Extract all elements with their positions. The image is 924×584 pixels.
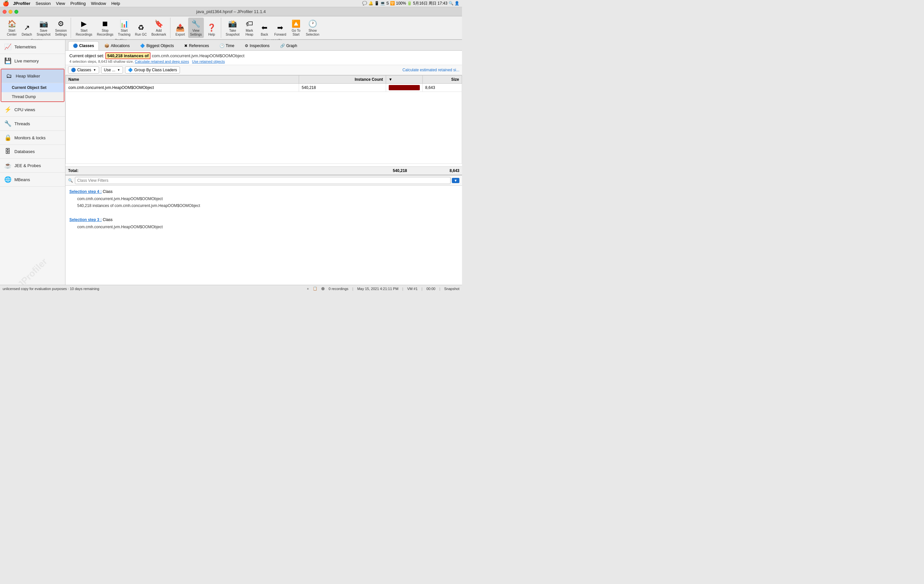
menu-profiling[interactable]: Profiling: [70, 1, 86, 6]
sidebar-item-threads[interactable]: 🔧 Threads: [0, 117, 65, 131]
telemetries-label: Telemetries: [15, 44, 36, 49]
window-title: java_pid1364.hprof – JProfiler 11.1.4: [196, 9, 266, 14]
databases-label: Databases: [15, 149, 35, 154]
group-by-class-loaders-button[interactable]: 🔷 Group By Class Loaders: [125, 66, 180, 74]
menu-window[interactable]: Window: [91, 1, 106, 6]
name-column-header[interactable]: Name: [66, 76, 299, 84]
export-button[interactable]: 📤 Export: [173, 18, 188, 38]
run-gc-label: Run GC: [135, 33, 147, 37]
calculate-sizes-link[interactable]: Calculate retained and deep sizes: [135, 59, 189, 63]
classes-view-button[interactable]: 🔵 Classes ▼: [68, 66, 99, 74]
use-retained-link[interactable]: Use retained objects: [192, 59, 225, 63]
tab-time[interactable]: 🕐 Time: [214, 41, 239, 50]
view-toolbar: 🔵 Classes ▼ Use ... ▼ 🔷 Group By Class L…: [66, 65, 462, 75]
allocations-tab-icon: 📦: [104, 43, 109, 48]
tracking-icon: 📊: [120, 20, 129, 28]
menu-session[interactable]: Session: [36, 1, 51, 6]
class-view-filter-input[interactable]: [75, 177, 450, 184]
start-tracking-button[interactable]: 📊 StartTracking: [116, 18, 132, 38]
sidebar-item-mbeans[interactable]: 🌐 MBeans: [0, 173, 65, 187]
view-settings-label: ViewSettings: [190, 29, 202, 37]
table-row[interactable]: com.cmh.concurrent.jvm.HeapOOM$OOMObject…: [66, 84, 462, 92]
total-size: 8,643: [436, 167, 462, 174]
mark-heap-button[interactable]: 🏷 MarkHeap: [242, 18, 257, 38]
instance-count-column-header[interactable]: Instance Count: [299, 76, 386, 84]
memory-icon: 💾: [4, 57, 12, 64]
menubar: 🍎 JProfiler Session View Profiling Windo…: [0, 0, 462, 7]
sidebar-item-monitors-locks[interactable]: 🔒 Monitors & locks: [0, 131, 65, 145]
back-label: Back: [261, 33, 268, 37]
apple-menu[interactable]: 🍎: [3, 0, 9, 7]
start-recordings-button[interactable]: ▶ StartRecordings: [74, 18, 94, 38]
close-button[interactable]: [3, 10, 7, 14]
menu-view[interactable]: View: [56, 1, 65, 6]
help-button[interactable]: ❓ Help: [205, 18, 219, 38]
run-gc-button[interactable]: ♻ Run GC: [133, 18, 149, 38]
mbeans-label: MBeans: [15, 177, 30, 182]
selection-step-3-link[interactable]: Selection step 3 :: [69, 217, 102, 222]
back-icon: ⬅: [261, 23, 267, 32]
size-column-header[interactable]: Size: [422, 76, 462, 84]
tab-classes[interactable]: 🔵 Classes: [68, 41, 99, 50]
classes-tab-icon: 🔵: [73, 43, 78, 48]
classes-btn-dropdown: ▼: [93, 68, 96, 72]
session-settings-button[interactable]: ⚙ SessionSettings: [53, 18, 69, 38]
data-table: Name Instance Count ▼ Size com.cmh.concu…: [66, 75, 462, 167]
tab-allocations[interactable]: 📦 Allocations: [99, 41, 134, 50]
stop-recordings-button[interactable]: ⏹ StopRecordings: [95, 18, 116, 38]
selection-step-4-link[interactable]: Selection step 4 :: [69, 189, 102, 194]
save-snapshot-button[interactable]: 📷 SaveSnapshot: [35, 18, 52, 38]
tab-graph[interactable]: 🔗 Graph: [275, 41, 302, 50]
add-recording-icon[interactable]: +: [307, 287, 309, 291]
tab-references[interactable]: ✖ References: [179, 41, 214, 50]
show-selection-button[interactable]: 🕐 ShowSelection: [304, 18, 321, 38]
use-dropdown-button[interactable]: Use ... ▼: [101, 66, 123, 74]
status-snapshot: Snapshot: [444, 287, 459, 291]
live-memory-label: Live memory: [15, 59, 39, 63]
stop-recordings-label: StopRecordings: [97, 29, 114, 37]
titlebar: java_pid1364.hprof – JProfiler 11.1.4: [0, 7, 462, 16]
sidebar-item-databases[interactable]: 🗄 Databases: [0, 145, 65, 159]
add-bookmark-button[interactable]: 🔖 AddBookmark: [150, 18, 168, 38]
sidebar-item-cpu-views[interactable]: ⚡ CPU views: [0, 103, 65, 117]
sidebar-item-thread-dump[interactable]: Thread Dump: [1, 92, 64, 101]
app-name[interactable]: JProfiler: [13, 1, 30, 6]
sidebar-item-jee-probes[interactable]: ☕ JEE & Probes: [0, 159, 65, 173]
cpu-icon: ⚡: [4, 106, 12, 113]
current-object-set-label: Current Object Set: [12, 86, 46, 90]
references-tab-label: References: [189, 43, 209, 48]
sidebar-item-live-memory[interactable]: 💾 Live memory: [0, 54, 65, 68]
system-status: 💬 🔔 📱 💻 S 🛜 100% 🔋 5月16日 周日 17:43 🔍 👤: [362, 1, 459, 6]
maximize-button[interactable]: [15, 10, 18, 14]
menu-help[interactable]: Help: [111, 1, 120, 6]
object-set-classname: com.cmh.concurrent.jvm.HeapOOM$OOMObject: [152, 53, 244, 58]
statusbar: unlicensed copy for evaluation purposes …: [0, 285, 462, 292]
go-to-start-button[interactable]: 🔼 Go ToStart: [289, 18, 303, 38]
sidebar-item-current-object-set[interactable]: Current Object Set: [1, 83, 64, 92]
sidebar-item-telemetries[interactable]: 📈 Telemetries: [0, 40, 65, 54]
window-controls[interactable]: [3, 10, 18, 14]
start-center-button[interactable]: 🏠 StartCenter: [5, 18, 19, 38]
total-row: Total: 540,218 8,643: [66, 167, 462, 175]
tab-biggest-objects[interactable]: 🔷 Biggest Objects: [135, 41, 179, 50]
detach-label: Detach: [21, 33, 32, 37]
tab-inspections[interactable]: ⚙ Inspections: [240, 41, 274, 50]
back-button[interactable]: ⬅ Back: [257, 18, 272, 38]
classes-tab-label: Classes: [79, 43, 94, 48]
filter-expand-button[interactable]: ▼: [452, 178, 459, 183]
calc-retained-link[interactable]: Calculate estimated retained si...: [403, 68, 459, 72]
sidebar-item-heap-walker[interactable]: 🗂 Heap Walker: [1, 69, 64, 83]
biggest-objects-tab-label: Biggest Objects: [146, 43, 174, 48]
classes-btn-icon: 🔵: [71, 68, 76, 72]
toolbar-group-session: 🏠 StartCenter ↗ Detach 📷 SaveSnapshot ⚙ …: [3, 18, 71, 38]
detach-button[interactable]: ↗ Detach: [20, 18, 34, 38]
snapshot-icon: 📸: [228, 20, 237, 28]
take-snapshot-button[interactable]: 📸 TakeSnapshot: [224, 18, 241, 38]
view-settings-button[interactable]: 🔧 ViewSettings: [188, 18, 204, 38]
minimize-button[interactable]: [8, 10, 12, 14]
jee-icon: ☕: [4, 162, 12, 169]
mark-heap-label: MarkHeap: [246, 29, 253, 37]
sep2: |: [403, 287, 403, 291]
object-set-bar: Current object set: 540,218 instances of…: [66, 51, 462, 65]
forward-button[interactable]: ➡ Forward: [272, 18, 288, 38]
